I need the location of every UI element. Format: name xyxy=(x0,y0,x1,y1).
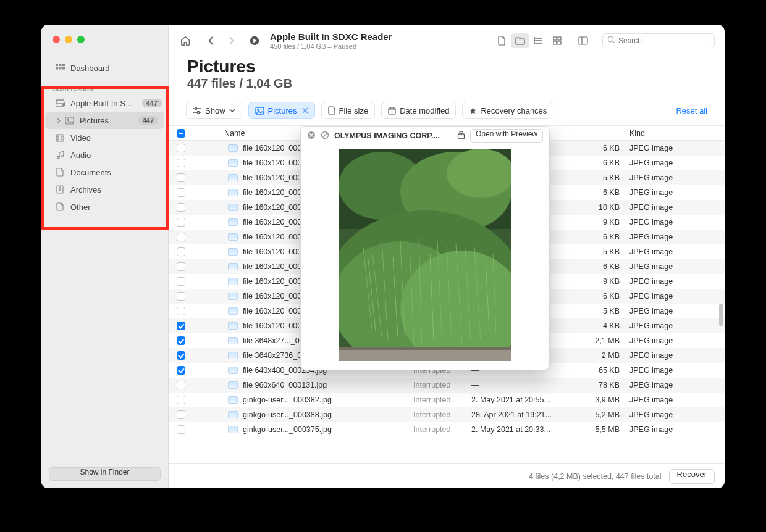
file-kind: JPEG image xyxy=(626,144,725,152)
row-checkbox[interactable] xyxy=(177,144,185,152)
row-checkbox[interactable] xyxy=(177,307,185,315)
remove-filter-icon[interactable] xyxy=(302,106,308,115)
scrollbar-thumb[interactable] xyxy=(719,304,723,326)
file-thumb-icon xyxy=(228,396,238,404)
file-thumb-icon xyxy=(228,337,238,344)
row-checkbox[interactable] xyxy=(177,381,185,389)
row-checkbox[interactable] xyxy=(177,322,185,330)
sidebar-item-video[interactable]: Video xyxy=(41,129,168,146)
row-checkbox[interactable] xyxy=(177,262,185,271)
sidebar-item-apple-built-in-sd-[interactable]: Apple Built In SD...447 xyxy=(41,94,168,112)
play-icon[interactable] xyxy=(248,34,261,48)
open-with-preview-button[interactable]: Open with Preview xyxy=(470,129,543,143)
row-checkbox[interactable] xyxy=(177,247,185,256)
table-row[interactable]: ginkgo-user..._000388.jpgInterrupted28. … xyxy=(169,407,725,422)
sidebar-item-dashboard[interactable]: Dashboard xyxy=(41,59,168,77)
sidebar-item-pictures[interactable]: Pictures447 xyxy=(45,112,164,129)
recover-button[interactable]: Recover xyxy=(669,469,715,484)
file-thumb-icon xyxy=(228,248,238,256)
film-icon xyxy=(55,134,65,142)
row-checkbox[interactable] xyxy=(177,173,185,182)
row-checkbox[interactable] xyxy=(177,277,185,286)
table-row[interactable]: file 960x640_000131.jpgInterrupted—78 KB… xyxy=(169,378,725,393)
sidebar-item-other[interactable]: Other xyxy=(41,198,168,215)
file-table: Name Kind file 160x120_000266 KBJPEG ima… xyxy=(169,125,725,463)
view-column-icon[interactable] xyxy=(574,33,592,48)
sidebar-item-label: Documents xyxy=(70,168,162,177)
view-list-icon[interactable] xyxy=(529,33,548,48)
row-checkbox[interactable] xyxy=(177,366,185,375)
view-grid-icon[interactable] xyxy=(548,33,566,48)
show-in-finder-button[interactable]: Show in Finder xyxy=(49,467,161,481)
file-thumb-icon xyxy=(228,307,238,315)
sidebar-section-label: Scan results xyxy=(41,77,168,94)
file-kind: JPEG image xyxy=(626,277,725,286)
date-filter-button[interactable]: Date modified xyxy=(381,102,456,119)
file-date: 2. May 2021 at 20:33... xyxy=(471,425,583,434)
header: Pictures 447 files / 1,04 GB xyxy=(169,57,725,102)
sidebar-item-archives[interactable]: Archives xyxy=(41,181,168,198)
maximize-icon[interactable] xyxy=(77,36,85,43)
sidebar-item-documents[interactable]: Documents xyxy=(41,164,168,181)
file-size: 9 KB xyxy=(583,218,626,227)
row-checkbox[interactable] xyxy=(177,425,185,434)
drive-subtitle: 450 files / 1,04 GB – Paused xyxy=(270,43,392,50)
table-row[interactable]: ginkgo-user..._000375.jpgInterrupted2. M… xyxy=(169,422,725,437)
minimize-icon[interactable] xyxy=(65,36,72,43)
preview-popover: OLYMPUS IMAGING CORP.... Open with Previ… xyxy=(300,126,550,370)
sidebar-item-badge: 447 xyxy=(142,99,162,107)
sidebar-item-audio[interactable]: Audio xyxy=(41,146,168,164)
svg-point-9 xyxy=(67,118,68,120)
row-checkbox[interactable] xyxy=(177,203,185,212)
row-checkbox[interactable] xyxy=(177,292,185,301)
reset-all-button[interactable]: Reset all xyxy=(676,106,707,115)
svg-rect-5 xyxy=(62,67,65,69)
file-kind: JPEG image xyxy=(626,247,725,256)
home-icon[interactable] xyxy=(179,34,192,48)
row-checkbox[interactable] xyxy=(177,233,185,241)
file-size: 5,2 MB xyxy=(583,410,626,419)
svg-rect-4 xyxy=(59,67,61,69)
close-icon[interactable] xyxy=(53,36,60,43)
column-kind-header[interactable]: Kind xyxy=(626,129,725,138)
title-block: Apple Built In SDXC Reader 450 files / 1… xyxy=(270,31,392,50)
file-size: 6 KB xyxy=(583,159,626,167)
show-filter-button[interactable]: Show xyxy=(186,102,242,119)
select-all-checkbox[interactable] xyxy=(177,129,185,138)
filesize-filter-button[interactable]: File size xyxy=(321,102,376,119)
forward-icon[interactable] xyxy=(224,34,238,48)
app-window: Dashboard Scan results Apple Built In SD… xyxy=(41,25,725,488)
search-field[interactable] xyxy=(602,33,715,48)
file-kind: JPEG image xyxy=(626,366,725,375)
row-checkbox[interactable] xyxy=(177,159,185,167)
row-checkbox[interactable] xyxy=(177,351,185,360)
recovery-filter-button[interactable]: Recovery chances xyxy=(462,102,553,119)
file-date: — xyxy=(471,381,583,389)
pictures-filter-chip[interactable]: Pictures xyxy=(248,102,315,119)
file-kind: JPEG image xyxy=(626,396,725,404)
row-checkbox[interactable] xyxy=(177,188,185,197)
view-file-icon[interactable] xyxy=(492,33,511,48)
table-row[interactable]: ginkgo-user..._000382.jpgInterrupted2. M… xyxy=(169,393,725,407)
svg-point-18 xyxy=(61,156,64,157)
sidebar-item-label: Dashboard xyxy=(70,64,162,73)
file-name: ginkgo-user..._000388.jpg xyxy=(243,410,332,419)
file-kind: JPEG image xyxy=(626,233,725,241)
file-thumb-icon xyxy=(228,278,238,285)
view-folder-icon[interactable] xyxy=(511,33,529,48)
drive-title: Apple Built In SDXC Reader xyxy=(270,31,392,42)
share-icon[interactable] xyxy=(457,130,465,141)
sidebar-item-label: Audio xyxy=(70,151,162,160)
file-size: 6 KB xyxy=(583,144,626,152)
row-checkbox[interactable] xyxy=(177,410,185,419)
back-icon[interactable] xyxy=(204,34,218,48)
search-input[interactable] xyxy=(618,36,711,45)
svg-point-28 xyxy=(534,43,535,44)
close-preview-icon[interactable] xyxy=(307,131,316,141)
row-checkbox[interactable] xyxy=(177,218,185,227)
file-status: Interrupted xyxy=(410,381,471,389)
svg-rect-0 xyxy=(56,64,58,66)
row-checkbox[interactable] xyxy=(177,336,185,345)
svg-rect-78 xyxy=(339,347,511,350)
row-checkbox[interactable] xyxy=(177,396,185,404)
